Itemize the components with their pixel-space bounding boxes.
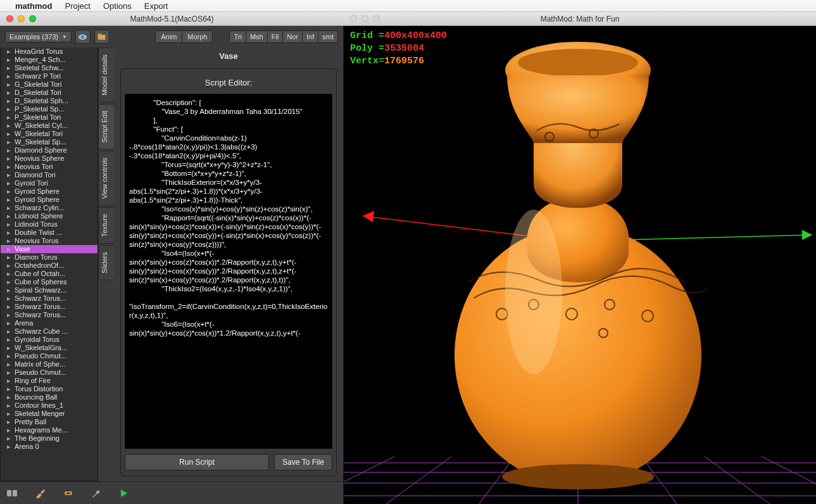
- minimize-icon[interactable]: [361, 15, 368, 22]
- tree-item[interactable]: Cube of Octah...: [1, 270, 97, 278]
- run-script-button[interactable]: Run Script: [125, 454, 269, 470]
- open-folder-button[interactable]: [94, 30, 110, 44]
- window-titlebars: MathMod-5.1(MacOS64) MathMod: Math for F…: [0, 12, 816, 26]
- side-tab[interactable]: View controls: [98, 151, 114, 206]
- msh-button[interactable]: Msh: [246, 30, 268, 43]
- panels-icon: [7, 489, 18, 498]
- tree-item[interactable]: The Beginning: [1, 434, 97, 443]
- tree-item[interactable]: Schwarz Torus...: [1, 294, 97, 303]
- right-window-titlebar[interactable]: MathMod: Math for Fun: [344, 12, 816, 26]
- tree-item[interactable]: HexaGrid Torus: [1, 47, 97, 56]
- script-editor-box: Script Editor: Run Script Save To File: [120, 68, 337, 476]
- side-tab[interactable]: Texture: [98, 207, 114, 244]
- menu-export[interactable]: Export: [144, 1, 168, 11]
- tree-item[interactable]: Vase: [1, 245, 97, 253]
- svg-point-19: [518, 49, 638, 77]
- menu-options[interactable]: Options: [103, 1, 132, 11]
- zoom-icon[interactable]: [29, 15, 36, 22]
- examples-dropdown[interactable]: Examples (373) ▼: [5, 31, 72, 42]
- close-icon[interactable]: [6, 15, 13, 22]
- animation-toggle-group: Anim Morph: [155, 30, 213, 43]
- tree-item[interactable]: Skeletal Schw...: [1, 64, 97, 72]
- tree-item[interactable]: Spiral Schwarz...: [1, 286, 97, 294]
- tree-item[interactable]: Neovius Tori: [1, 163, 97, 171]
- tree-item[interactable]: W_Skeletal Sp...: [1, 138, 97, 146]
- tree-item[interactable]: D_Skeletal Sph...: [1, 97, 97, 105]
- tree-item[interactable]: Gyroid Sphere: [1, 187, 97, 196]
- side-tab[interactable]: Model details: [98, 47, 114, 103]
- svg-line-10: [705, 457, 774, 504]
- tree-item[interactable]: Arena: [1, 319, 97, 327]
- script-textarea[interactable]: [125, 94, 332, 449]
- tree-item[interactable]: Lidinoid Sphere: [1, 212, 97, 220]
- inf-button[interactable]: Inf: [303, 30, 318, 43]
- tree-item[interactable]: Contour lines_1: [1, 401, 97, 410]
- tree-item[interactable]: G_Skeletal Tori: [1, 80, 97, 89]
- tree-item[interactable]: Gyroid Sphere: [1, 196, 97, 204]
- tree-item[interactable]: Schwarz Torus...: [1, 311, 97, 319]
- close-icon[interactable]: [350, 15, 357, 22]
- tree-item[interactable]: Gyroid Tori: [1, 179, 97, 187]
- zoom-icon[interactable]: [373, 15, 380, 22]
- tree-item[interactable]: Pseudo Chmut...: [1, 369, 97, 377]
- minimize-icon[interactable]: [18, 15, 25, 22]
- preview-button[interactable]: [75, 30, 91, 44]
- tree-item[interactable]: Cube of Spheres: [1, 278, 97, 286]
- nor-button[interactable]: Nor: [283, 30, 303, 43]
- tree-item[interactable]: Diamon Torus: [1, 253, 97, 261]
- tri-button[interactable]: Tri: [229, 30, 246, 43]
- anim-button[interactable]: Anim: [155, 30, 182, 43]
- grid-label: Grid =: [350, 30, 384, 42]
- tree-item[interactable]: Gyroidal Torus: [1, 336, 97, 344]
- tree-item[interactable]: Torus Distortion: [1, 385, 97, 393]
- tree-item[interactable]: OctahedronOf...: [1, 261, 97, 270]
- side-tabs-rail: Model detailsScript EditView controlsTex…: [98, 47, 114, 481]
- side-tab[interactable]: Script Edit: [98, 104, 114, 149]
- morph-button[interactable]: Morph: [182, 30, 213, 43]
- tree-item[interactable]: Matrix of Sphe...: [1, 360, 97, 369]
- menubar-app-name[interactable]: mathmod: [15, 1, 53, 11]
- play-button[interactable]: [118, 487, 130, 500]
- play-icon: [121, 489, 127, 497]
- fil-button[interactable]: Fil: [268, 30, 284, 43]
- menu-project[interactable]: Project: [65, 1, 91, 11]
- left-window-titlebar[interactable]: MathMod-5.1(MacOS64): [0, 12, 344, 26]
- side-tab[interactable]: Sliders: [98, 245, 114, 280]
- top-toolbar: Examples (373) ▼ Anim Morph Tri Msh Fil …: [0, 26, 343, 47]
- tree-item[interactable]: Double Twist ...: [1, 229, 97, 237]
- tool-button-1[interactable]: [6, 487, 19, 500]
- tree-item[interactable]: Schwarz Torus...: [1, 303, 97, 311]
- tree-item[interactable]: Diamond Tori: [1, 171, 97, 179]
- tree-item[interactable]: Schwarz Cube ...: [1, 327, 97, 336]
- tree-item[interactable]: W_Skeletal Tori: [1, 130, 97, 138]
- tree-item[interactable]: Pretty Ball: [1, 418, 97, 426]
- smt-button[interactable]: smt: [318, 30, 338, 43]
- tree-item[interactable]: Ring of Fire: [1, 377, 97, 385]
- tree-item[interactable]: D_Skeletal Tori: [1, 89, 97, 97]
- svg-point-20: [502, 464, 654, 489]
- tree-item[interactable]: Menger_4 Sch...: [1, 56, 97, 64]
- tree-item[interactable]: Lidinoid Torus: [1, 220, 97, 229]
- render-viewport[interactable]: Grid = 400x400x400 Poly = 3535004 Vertx=…: [344, 26, 816, 504]
- examples-tree[interactable]: HexaGrid TorusMenger_4 Sch...Skeletal Sc…: [0, 47, 98, 481]
- editor-pane: Vase Script Editor: Run Script Save To F…: [114, 47, 343, 481]
- tree-item[interactable]: W_SkeletalGra...: [1, 344, 97, 352]
- tree-item[interactable]: Schwarz P Tori: [1, 72, 97, 80]
- tree-item[interactable]: Schwarz Cylin...: [1, 204, 97, 212]
- tool-button-4[interactable]: [90, 487, 103, 500]
- tree-item[interactable]: W_Skeletal Cyl...: [1, 122, 97, 130]
- chevron-down-icon: ▼: [62, 34, 67, 40]
- tree-item[interactable]: Diamond Sphere: [1, 146, 97, 154]
- tree-item[interactable]: Hexagrams Me...: [1, 426, 97, 434]
- save-to-file-button[interactable]: Save To File: [274, 454, 332, 470]
- tree-item[interactable]: Arena 0: [1, 443, 97, 451]
- tree-item[interactable]: P_Skeletal Sp...: [1, 105, 97, 113]
- tree-item[interactable]: P_Skeletal Tori: [1, 113, 97, 122]
- tree-item[interactable]: Skeletal Menger: [1, 410, 97, 418]
- tool-button-2[interactable]: [34, 487, 47, 500]
- tree-item[interactable]: Neovius Torus: [1, 237, 97, 245]
- tree-item[interactable]: Pseudo Chmut...: [1, 352, 97, 360]
- tree-item[interactable]: Bouncing Ball: [1, 393, 97, 401]
- tool-button-3[interactable]: [62, 487, 75, 500]
- tree-item[interactable]: Neovius Sphere: [1, 154, 97, 163]
